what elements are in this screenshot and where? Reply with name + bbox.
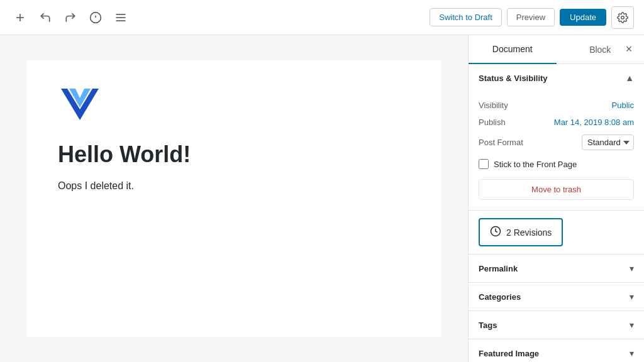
permalink-chevron-icon: ▾ bbox=[630, 263, 634, 273]
revisions-label: 2 Revisions bbox=[506, 228, 552, 238]
visibility-value[interactable]: Public bbox=[612, 101, 634, 110]
tags-title: Tags bbox=[479, 321, 497, 330]
post-title[interactable]: Hello World! bbox=[58, 141, 410, 168]
revisions-button[interactable]: 2 Revisions bbox=[479, 218, 563, 246]
main-layout: Hello World! Oops I deleted it. Document… bbox=[0, 35, 644, 362]
publish-value[interactable]: Mar 14, 2019 8:08 am bbox=[554, 118, 634, 127]
categories-chevron-icon: ▾ bbox=[630, 292, 634, 302]
status-visibility-title: Status & Visibility bbox=[479, 74, 548, 83]
publish-label: Publish bbox=[479, 118, 506, 127]
editor-content: Hello World! Oops I deleted it. bbox=[26, 60, 441, 337]
sidebar: Document Block × Status & Visibility ▲ V… bbox=[468, 35, 644, 362]
permalink-section[interactable]: Permalink ▾ bbox=[469, 255, 644, 283]
redo-button[interactable] bbox=[60, 8, 80, 28]
permalink-title: Permalink bbox=[479, 264, 518, 273]
menu-button[interactable] bbox=[111, 8, 131, 28]
tags-chevron-icon: ▾ bbox=[630, 320, 634, 330]
move-to-trash-button[interactable]: Move to trash bbox=[479, 179, 634, 200]
toolbar-left-actions bbox=[10, 8, 131, 28]
toolbar: Switch to Draft Preview Update bbox=[0, 0, 644, 35]
post-body[interactable]: Oops I deleted it. bbox=[58, 180, 410, 192]
undo-button[interactable] bbox=[35, 8, 55, 28]
brand-logo bbox=[58, 85, 102, 123]
logo-area bbox=[58, 85, 410, 126]
settings-button[interactable] bbox=[611, 6, 634, 29]
clock-icon bbox=[490, 226, 501, 239]
chevron-up-icon: ▲ bbox=[625, 73, 634, 83]
preview-button[interactable]: Preview bbox=[507, 8, 555, 26]
post-format-label: Post Format bbox=[479, 138, 523, 147]
visibility-row: Visibility Public bbox=[479, 97, 634, 114]
featured-image-section[interactable]: Featured Image ▾ bbox=[469, 339, 644, 362]
stick-to-front-checkbox[interactable] bbox=[479, 159, 489, 169]
switch-to-draft-button[interactable]: Switch to Draft bbox=[430, 8, 502, 26]
publish-row: Publish Mar 14, 2019 8:08 am bbox=[479, 114, 634, 131]
editor-area: Hello World! Oops I deleted it. bbox=[0, 35, 468, 362]
add-block-button[interactable] bbox=[10, 8, 30, 28]
tab-document[interactable]: Document bbox=[469, 35, 557, 64]
post-format-select[interactable]: Standard Aside Image Video Quote Link Ga… bbox=[582, 134, 634, 150]
svg-point-8 bbox=[621, 16, 625, 19]
close-sidebar-button[interactable]: × bbox=[620, 41, 638, 58]
categories-section[interactable]: Categories ▾ bbox=[469, 283, 644, 311]
featured-image-chevron-icon: ▾ bbox=[630, 348, 634, 358]
sidebar-tabs: Document Block × bbox=[469, 35, 644, 64]
revisions-section: 2 Revisions bbox=[469, 211, 644, 255]
featured-image-title: Featured Image bbox=[479, 349, 539, 358]
categories-title: Categories bbox=[479, 292, 521, 302]
stick-to-front-label: Stick to the Front Page bbox=[494, 160, 577, 169]
status-visibility-section: Status & Visibility ▲ Visibility Public … bbox=[469, 64, 644, 211]
visibility-label: Visibility bbox=[479, 101, 508, 110]
status-visibility-header[interactable]: Status & Visibility ▲ bbox=[469, 64, 644, 92]
stick-to-front-row: Stick to the Front Page bbox=[479, 154, 634, 174]
info-button[interactable] bbox=[86, 8, 106, 28]
post-format-row: Post Format Standard Aside Image Video Q… bbox=[479, 131, 634, 154]
toolbar-right-actions: Switch to Draft Preview Update bbox=[430, 6, 634, 29]
update-button[interactable]: Update bbox=[560, 9, 606, 26]
tags-section[interactable]: Tags ▾ bbox=[469, 311, 644, 339]
status-visibility-content: Visibility Public Publish Mar 14, 2019 8… bbox=[469, 92, 644, 210]
